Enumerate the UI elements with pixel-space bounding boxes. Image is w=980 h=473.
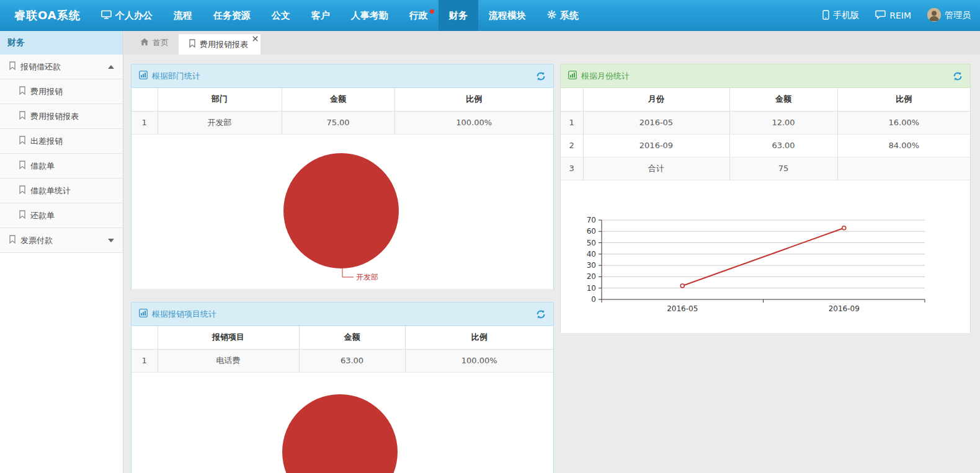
table-row: 3合计75 (561, 157, 970, 180)
panel-expense-item-stats: 根据报销项目统计 报销项目金额比例1电话费63.00100.00% 电话费 (131, 302, 554, 473)
svg-text:20: 20 (587, 272, 596, 281)
nav-item-label: 系统 (560, 10, 579, 22)
sidebar-item-借款单统计[interactable]: 借款单统计 (0, 179, 123, 203)
svg-text:10: 10 (587, 283, 596, 292)
panel-header: 根据部门统计 (131, 64, 553, 88)
sidebar-item-出差报销[interactable]: 出差报销 (0, 129, 123, 154)
nav-item-label: 流程 (174, 10, 192, 22)
navbar-right-1[interactable]: 手机版 (814, 0, 867, 31)
sidebar-title: 财务 (7, 37, 25, 48)
sidebar-item-费用报销报表[interactable]: 费用报销报表 (0, 104, 123, 129)
nav-item-9[interactable]: 流程模块 (478, 0, 537, 31)
column-header: 比例 (394, 88, 553, 111)
svg-text:开发部: 开发部 (356, 273, 378, 281)
table-cell: 12.00 (729, 111, 837, 134)
table-cell: 1 (131, 111, 158, 134)
tab-1[interactable]: 首页 (130, 31, 179, 55)
bookmark-icon (19, 185, 26, 196)
nav-item-5[interactable]: 客户 (301, 0, 341, 31)
column-header (561, 88, 583, 111)
tab-label: 首页 (153, 37, 169, 48)
top-navbar: 睿联OA系统 个人办公流程任务资源公文客户人事考勤行政财务流程模块系统 手机版R… (0, 0, 980, 31)
nav-item-1[interactable]: 个人办公 (91, 0, 163, 31)
refresh-icon[interactable] (536, 71, 546, 81)
sidebar-item-借款单[interactable]: 借款单 (0, 154, 123, 179)
panel-title: 根据部门统计 (152, 71, 200, 82)
nav-item-2[interactable]: 流程 (163, 0, 203, 31)
brand-title: 睿联OA系统 (14, 8, 81, 23)
navbar-right-2[interactable]: REIM (867, 0, 919, 31)
table-cell: 16.00% (837, 111, 970, 134)
sidebar-item-label: 费用报销报表 (30, 111, 79, 122)
refresh-icon[interactable] (953, 71, 963, 81)
nav-item-label: 个人办公 (115, 10, 153, 22)
table-row: 12016-0512.0016.00% (561, 111, 970, 134)
nav-item-label: 行政 (409, 10, 428, 22)
nav-item-10[interactable]: 系统 (537, 0, 589, 31)
column-header: 部门 (158, 88, 282, 111)
sidebar-item-label: 借款单统计 (30, 185, 71, 197)
sidebar-group-2[interactable]: 发票付款 (0, 228, 123, 253)
sidebar-item-费用报销[interactable]: 费用报销 (0, 79, 123, 104)
phone-icon (822, 10, 829, 22)
table-row: 22016-0963.0084.00% (561, 134, 970, 157)
pie-chart: 电话费 (131, 373, 553, 473)
table-cell: 2016-09 (583, 134, 729, 157)
sidebar-group-label: 报销借还款 (20, 61, 61, 73)
sidebar: 财务 报销借还款费用报销费用报销报表出差报销借款单借款单统计还款单发票付款 (0, 31, 123, 473)
tab-bar: 首页费用报销报表 (124, 31, 980, 55)
column-header: 比例 (405, 326, 553, 349)
brand[interactable]: 睿联OA系统 (0, 0, 91, 31)
month-line-chart: 0102030405060702016-052016-09 (561, 180, 970, 333)
bar-chart-icon (139, 71, 148, 81)
svg-text:40: 40 (587, 249, 596, 258)
table-cell: 1 (561, 111, 583, 134)
svg-text:0: 0 (591, 295, 596, 304)
expense-item-table: 报销项目金额比例1电话费63.00100.00% (131, 326, 553, 373)
table-cell: 63.00 (299, 349, 405, 372)
nav-item-6[interactable]: 人事考勤 (341, 0, 399, 31)
table-header-row: 部门金额比例 (131, 88, 553, 111)
chat-icon (875, 10, 886, 21)
table-cell (837, 157, 970, 180)
close-icon[interactable] (252, 36, 258, 42)
table-cell: 合计 (583, 157, 729, 180)
nav-item-label: 公文 (272, 10, 290, 22)
panel-header: 根据报销项目统计 (131, 303, 553, 326)
bookmark-icon (189, 39, 196, 50)
nav-item-3[interactable]: 任务资源 (203, 0, 261, 31)
main-content: 根据部门统计 部门金额比例1开发部75.00100.00% 开发部 根据月份统计… (124, 55, 980, 473)
navbar-right-3[interactable]: 管理员 (919, 0, 979, 31)
nav-item-label: 人事考勤 (351, 10, 388, 22)
table-cell: 2016-05 (583, 111, 729, 134)
home-icon (140, 38, 149, 48)
nav-item-8[interactable]: 财务 (439, 0, 478, 31)
table-cell: 电话费 (158, 349, 299, 372)
svg-text:30: 30 (587, 261, 596, 270)
nav-item-label: 任务资源 (213, 10, 251, 22)
line-chart: 0102030405060702016-052016-09 (561, 180, 970, 333)
column-header: 金额 (299, 326, 405, 349)
bookmark-icon (9, 235, 16, 245)
nav-right-label: REIM (889, 11, 911, 20)
tab-2[interactable]: 费用报销报表 (179, 34, 261, 55)
nav-item-7[interactable]: 行政 (399, 0, 439, 31)
column-header: 报销项目 (158, 326, 299, 349)
pie-chart: 开发部 (131, 135, 553, 289)
sidebar-item-label: 还款单 (30, 210, 55, 221)
panel-title: 根据月份统计 (581, 71, 630, 82)
caret-up-icon (108, 65, 114, 69)
refresh-icon[interactable] (536, 309, 546, 319)
nav-item-label: 流程模块 (489, 10, 526, 22)
nav-item-4[interactable]: 公文 (261, 0, 301, 31)
table-cell: 1 (131, 349, 158, 372)
svg-text:50: 50 (587, 238, 596, 247)
sidebar-group-label: 发票付款 (20, 235, 53, 246)
sidebar-item-还款单[interactable]: 还款单 (0, 203, 123, 228)
table-cell: 75 (729, 157, 837, 180)
table-cell: 3 (561, 157, 583, 180)
sidebar-item-label: 出差报销 (30, 136, 63, 147)
table-cell: 75.00 (282, 111, 394, 134)
sidebar-group-1[interactable]: 报销借还款 (0, 55, 123, 79)
department-pie-chart: 开发部 (131, 135, 553, 289)
